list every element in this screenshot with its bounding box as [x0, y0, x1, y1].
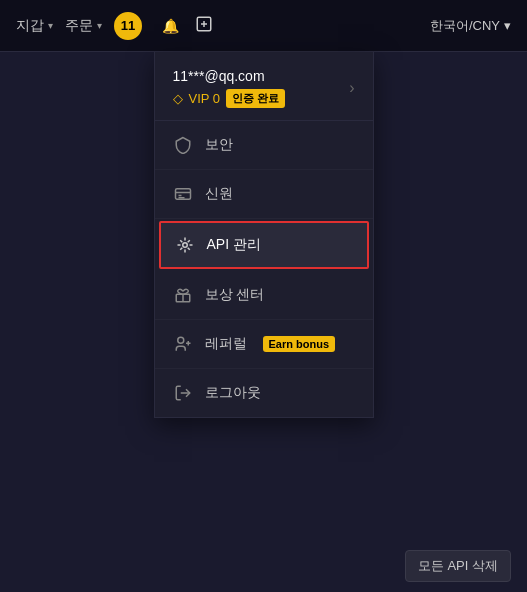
user-dropdown: 11***@qq.com ◇ VIP 0 인증 완료 › 보안: [154, 52, 374, 418]
reward-label: 보상 센터: [205, 286, 265, 304]
wallet-label: 지갑: [16, 17, 44, 35]
identity-label: 신원: [205, 185, 233, 203]
earn-bonus-badge: Earn bonus: [263, 336, 336, 352]
shield-icon: [173, 135, 193, 155]
svg-point-7: [182, 243, 187, 248]
notification-count: 11: [121, 18, 135, 33]
menu-item-api[interactable]: API 관리: [159, 221, 369, 269]
bottom-tooltip: 모든 API 삭제: [405, 550, 511, 582]
order-label: 주문: [65, 17, 93, 35]
user-email: 11***@qq.com: [173, 68, 286, 84]
referral-icon: [173, 334, 193, 354]
user-info-left: 11***@qq.com ◇ VIP 0 인증 완료: [173, 68, 286, 108]
menu-item-security[interactable]: 보안: [155, 121, 373, 170]
menu-item-referral[interactable]: 레퍼럴 Earn bonus: [155, 320, 373, 369]
api-icon: [175, 235, 195, 255]
logout-icon: [173, 383, 193, 403]
referral-label: 레퍼럴: [205, 335, 247, 353]
user-chevron-icon[interactable]: ›: [349, 79, 354, 97]
language-arrow: ▾: [504, 18, 511, 33]
wallet-arrow: ▾: [48, 20, 53, 31]
navbar: 지갑 ▾ 주문 ▾ 11 🔔 한국어/CNY ▾: [0, 0, 527, 52]
order-nav[interactable]: 주문 ▾: [65, 17, 102, 35]
order-arrow: ▾: [97, 20, 102, 31]
api-label: API 관리: [207, 236, 261, 254]
vip-diamond-icon: ◇: [173, 91, 183, 106]
download-icon: [195, 15, 213, 36]
tooltip-label: 모든 API 삭제: [418, 558, 498, 573]
reward-icon: [173, 285, 193, 305]
svg-point-9: [177, 337, 183, 343]
bell-icon: 🔔: [162, 18, 179, 34]
language-label: 한국어/CNY: [430, 17, 500, 35]
verified-badge: 인증 완료: [226, 89, 285, 108]
language-selector[interactable]: 한국어/CNY ▾: [430, 17, 511, 35]
vip-level: VIP 0: [189, 91, 221, 106]
user-info-section[interactable]: 11***@qq.com ◇ VIP 0 인증 완료 ›: [155, 52, 373, 121]
logout-label: 로그아웃: [205, 384, 261, 402]
menu-item-identity[interactable]: 신원: [155, 170, 373, 219]
security-label: 보안: [205, 136, 233, 154]
menu-item-logout[interactable]: 로그아웃: [155, 369, 373, 417]
user-vip-row: ◇ VIP 0 인증 완료: [173, 89, 286, 108]
main-content: 11***@qq.com ◇ VIP 0 인증 완료 › 보안: [0, 52, 527, 592]
identity-icon: [173, 184, 193, 204]
download-icon-nav[interactable]: [195, 15, 213, 36]
notification-badge[interactable]: 11: [114, 12, 142, 40]
bell-icon-nav[interactable]: 🔔: [162, 18, 179, 34]
wallet-nav[interactable]: 지갑 ▾: [16, 17, 53, 35]
menu-item-reward[interactable]: 보상 센터: [155, 271, 373, 320]
